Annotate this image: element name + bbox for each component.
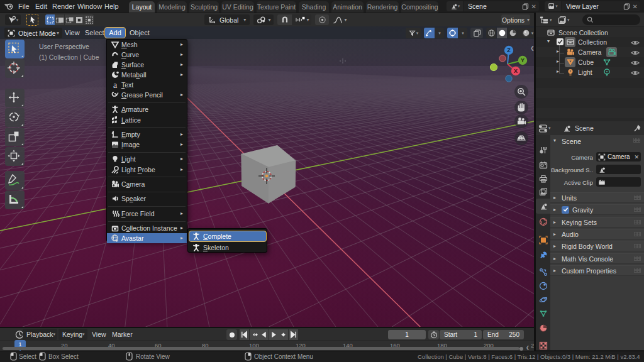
svg-text:X: X [514,68,518,74]
svg-text:Y: Y [521,57,525,63]
svg-text:a: a [113,80,118,89]
svg-text:Z: Z [507,47,511,53]
